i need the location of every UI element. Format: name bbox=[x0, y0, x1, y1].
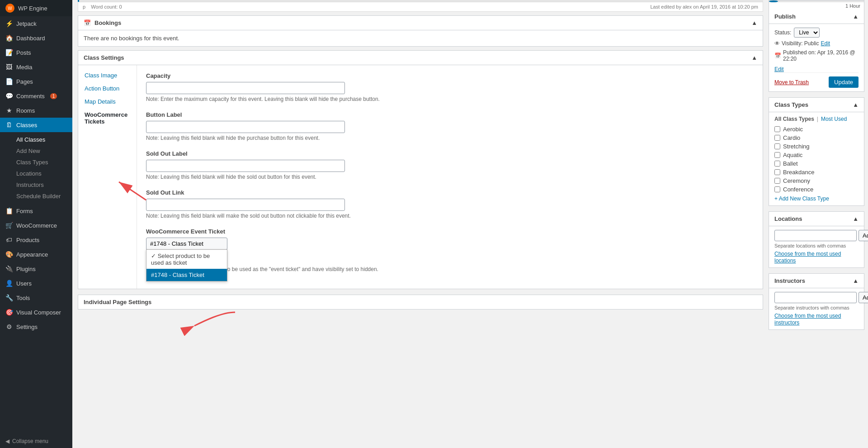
collapse-menu[interactable]: ◀ Collapse menu bbox=[0, 434, 72, 448]
instructors-title: Instructors bbox=[774, 277, 805, 284]
classtype-checkbox-breakdance[interactable] bbox=[774, 169, 780, 175]
classtype-checkbox-ballet[interactable] bbox=[774, 161, 780, 167]
sidebar-item-classes[interactable]: 🗓 Classes bbox=[0, 118, 72, 132]
plugins-icon: 🔌 bbox=[5, 265, 13, 272]
sidebar-logo-label: WP Engine bbox=[18, 5, 47, 12]
submenu-schedule-builder[interactable]: Schedule Builder bbox=[11, 191, 72, 202]
classtype-checkbox-aquatic[interactable] bbox=[774, 152, 780, 158]
nav-woocommerce-tickets[interactable]: WooCommerce Tickets bbox=[78, 108, 137, 128]
published-edit-link[interactable]: Edit bbox=[774, 66, 784, 72]
classtype-label-ballet: Ballet bbox=[783, 160, 798, 167]
class-types-body: All Class Types | Most Used Aerobic Card… bbox=[769, 112, 864, 205]
bookings-calendar-icon: 📅 bbox=[84, 19, 91, 26]
sidebar-item-label: Jetpack bbox=[16, 20, 37, 27]
classtype-label-stretching: Stretching bbox=[783, 143, 810, 150]
content-wrap: p Word count: 0 Last edited by alex on A… bbox=[72, 0, 868, 448]
capacity-input[interactable] bbox=[146, 82, 345, 94]
sold-out-label-note: Note: Leaving this field blank will hide… bbox=[146, 174, 754, 180]
sidebar-item-woocommerce[interactable]: 🛒 WooCommerce bbox=[0, 218, 72, 233]
visibility-row: 👁 Visibility: Public Edit bbox=[774, 40, 859, 47]
bookings-title: Bookings bbox=[94, 19, 121, 26]
sidebar-item-label: Comments bbox=[16, 93, 45, 100]
status-label: Status: bbox=[774, 29, 791, 36]
products-icon: 🏷 bbox=[5, 236, 13, 243]
sidebar-item-visual-composer[interactable]: 🎯 Visual Composer bbox=[0, 305, 72, 319]
sidebar-item-rooms[interactable]: ★ Rooms bbox=[0, 103, 72, 118]
publish-toggle-icon[interactable]: ▲ bbox=[853, 13, 859, 20]
class-settings-header[interactable]: Class Settings ▲ bbox=[78, 51, 763, 65]
submenu-all-classes[interactable]: All Classes bbox=[11, 134, 72, 145]
class-types-header[interactable]: Class Types ▲ bbox=[769, 98, 864, 112]
individual-settings-header[interactable]: Individual Page Settings bbox=[84, 299, 757, 305]
submenu-instructors[interactable]: Instructors bbox=[11, 179, 72, 191]
update-button[interactable]: Update bbox=[829, 76, 859, 88]
instructors-header[interactable]: Instructors ▲ bbox=[769, 274, 864, 288]
add-class-type-link[interactable]: + Add New Class Type bbox=[774, 195, 859, 202]
sold-out-label-input[interactable] bbox=[146, 160, 345, 172]
sidebar-item-pages[interactable]: 📄 Pages bbox=[0, 74, 72, 89]
classtype-checkbox-conference[interactable] bbox=[774, 186, 780, 192]
nav-class-image[interactable]: Class Image bbox=[78, 69, 137, 82]
instructors-toggle[interactable]: ▲ bbox=[853, 277, 859, 284]
classes-submenu: All Classes Add New Class Types Location… bbox=[0, 132, 72, 204]
publish-header[interactable]: Publish ▲ bbox=[769, 10, 864, 24]
button-label-note: Note: Leaving this field blank will hide… bbox=[146, 135, 754, 141]
instructors-choose-link[interactable]: Choose from the most used instructors bbox=[774, 313, 841, 326]
sidebar-item-users[interactable]: 👤 Users bbox=[0, 276, 72, 291]
nav-map-details[interactable]: Map Details bbox=[78, 95, 137, 108]
right-sidebar: 1 Hour Publish ▲ Status: Live 👁 Vi bbox=[769, 0, 868, 448]
sidebar-item-comments[interactable]: 💬 Comments 1 bbox=[0, 89, 72, 103]
submenu-add-new[interactable]: Add New bbox=[11, 145, 72, 157]
move-to-trash-link[interactable]: Move to Trash bbox=[774, 79, 809, 86]
appearance-icon: 🎨 bbox=[5, 251, 13, 258]
bookings-panel: 📅 Bookings ▲ There are no bookings for t… bbox=[78, 15, 763, 47]
classtype-checkbox-stretching[interactable] bbox=[774, 143, 780, 149]
sidebar-item-tools[interactable]: 🔧 Tools bbox=[0, 291, 72, 305]
nav-action-button[interactable]: Action Button bbox=[78, 82, 137, 95]
bookings-toggle-icon[interactable]: ▲ bbox=[751, 19, 757, 26]
sold-out-link-input[interactable] bbox=[146, 199, 345, 211]
bookings-header[interactable]: 📅 Bookings ▲ bbox=[78, 16, 763, 30]
locations-header[interactable]: Locations ▲ bbox=[769, 212, 864, 226]
classtype-item-conference: Conference bbox=[774, 186, 859, 193]
status-select[interactable]: Live bbox=[794, 28, 820, 38]
sidebar-item-label: Users bbox=[16, 280, 32, 287]
pages-icon: 📄 bbox=[5, 78, 13, 85]
sidebar-item-dashboard[interactable]: 🏠 Dashboard bbox=[0, 31, 72, 45]
classtype-checkbox-cardio[interactable] bbox=[774, 135, 780, 141]
classtype-item-breakdance: Breakdance bbox=[774, 169, 859, 176]
sidebar-item-plugins[interactable]: 🔌 Plugins bbox=[0, 262, 72, 276]
sidebar-logo[interactable]: W WP Engine bbox=[0, 0, 72, 16]
sidebar-item-label: Rooms bbox=[16, 107, 35, 114]
locations-input[interactable] bbox=[774, 230, 857, 241]
classtype-checkbox-ceremony[interactable] bbox=[774, 178, 780, 184]
sidebar-item-products[interactable]: 🏷 Products bbox=[0, 233, 72, 247]
locations-choose-link[interactable]: Choose from the most used locations bbox=[774, 251, 841, 264]
locations-toggle[interactable]: ▲ bbox=[853, 215, 859, 222]
sidebar-item-jetpack[interactable]: ⚡ Jetpack bbox=[0, 16, 72, 31]
sidebar-item-settings[interactable]: ⚙ Settings bbox=[0, 319, 72, 334]
class-settings-toggle[interactable]: ▲ bbox=[751, 54, 757, 61]
instructors-body: Add Separate instructors with commas Cho… bbox=[769, 288, 864, 329]
woo-ticket-select[interactable]: Select product to be used as ticket #174… bbox=[146, 238, 227, 250]
instructors-add-button[interactable]: Add bbox=[859, 292, 868, 303]
sidebar-item-media[interactable]: 🖼 Media bbox=[0, 60, 72, 74]
locations-input-row: Add bbox=[774, 230, 859, 241]
button-label-input[interactable] bbox=[146, 121, 345, 133]
sidebar-item-appearance[interactable]: 🎨 Appearance bbox=[0, 247, 72, 262]
submenu-locations[interactable]: Locations bbox=[11, 168, 72, 179]
classtype-checkbox-aerobic[interactable] bbox=[774, 126, 780, 132]
class-types-toggle[interactable]: ▲ bbox=[853, 101, 859, 108]
word-count: Word count: 0 bbox=[91, 4, 122, 10]
sidebar-item-forms[interactable]: 📋 Forms bbox=[0, 204, 72, 218]
visibility-edit-link[interactable]: Edit bbox=[821, 40, 830, 47]
instructors-input[interactable] bbox=[774, 292, 857, 303]
woo-ticket-option-1748-item[interactable]: #1748 - Class Ticket bbox=[146, 269, 227, 281]
sidebar-item-posts[interactable]: 📝 Posts bbox=[0, 45, 72, 60]
woo-ticket-option-select[interactable]: ✓ Select product to be used as ticket bbox=[146, 250, 227, 269]
tab-most-used[interactable]: Most Used bbox=[821, 116, 847, 122]
top-progress-bar bbox=[78, 0, 763, 2]
submenu-class-types[interactable]: Class Types bbox=[11, 157, 72, 168]
locations-add-button[interactable]: Add bbox=[859, 230, 868, 241]
tab-all-class-types[interactable]: All Class Types bbox=[774, 116, 814, 122]
